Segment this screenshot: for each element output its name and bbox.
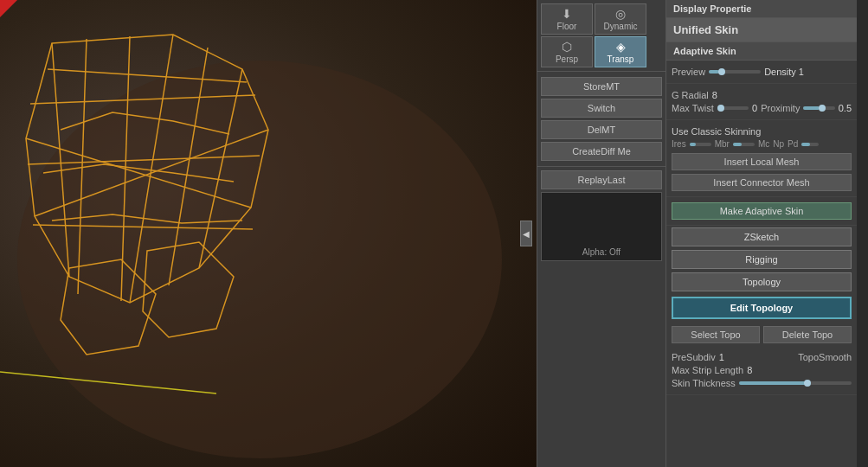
view-controls: ⬇ Floor ◎ Dynamic ⬡ Persp ◈ Transp <box>537 0 665 72</box>
make-adaptive-skin-button[interactable]: Make Adaptive Skin <box>672 202 852 220</box>
presubdiv-section: PreSubdiv 1 TopoSmooth Max Strip Length … <box>666 347 857 395</box>
topo-actions-row: Select Topo Delete Topo <box>666 324 857 345</box>
classic-skinning-section: Use Classic Skinning Ires Mbr Mc Np Pd I… <box>666 120 857 197</box>
max-twist-slider[interactable] <box>717 106 749 110</box>
dynamic-icon: ◎ <box>615 7 626 21</box>
toposmooth-label: TopoSmooth <box>798 352 852 362</box>
topology-button[interactable]: Topology <box>672 272 852 291</box>
mc-label: Mc <box>758 139 769 149</box>
skin-thickness-slider[interactable] <box>739 381 852 385</box>
unified-skin-header[interactable]: Unified Skin <box>666 18 857 42</box>
presubdiv-value: 1 <box>719 352 724 362</box>
persp-button[interactable]: ⬡ Persp <box>541 36 593 67</box>
floor-button[interactable]: ⬇ Floor <box>541 3 593 35</box>
mbr-slider[interactable] <box>733 143 755 146</box>
transp-label: Transp <box>608 54 634 64</box>
max-twist-label: Max Twist <box>672 103 714 113</box>
insert-local-mesh-button[interactable]: Insert Local Mesh <box>672 153 852 170</box>
delmt-button[interactable]: DelMT <box>541 120 662 139</box>
mid-buttons-group: StoreMT Switch DelMT CreateDiff Me <box>537 72 665 167</box>
classic-skinning-row: Use Classic Skinning <box>672 126 852 137</box>
density-value: Density 1 <box>764 67 804 77</box>
presubdiv-label: PreSubdiv <box>672 352 716 362</box>
edit-topology-button[interactable]: Edit Topology <box>672 297 852 319</box>
alpha-label: Alpha: Off <box>582 247 620 257</box>
density-slider[interactable] <box>709 70 761 74</box>
preview-density-section: Preview Density 1 <box>666 61 857 84</box>
floor-icon: ⬇ <box>562 7 572 21</box>
dynamic-button[interactable]: ◎ Dynamic <box>595 3 646 35</box>
g-radial-label: G Radial <box>672 90 709 100</box>
proximity-value: 0.5 <box>839 103 852 113</box>
proximity-label: Proximity <box>761 103 800 113</box>
switch-button[interactable]: Switch <box>541 99 662 118</box>
skin-thickness-row: Skin Thickness <box>672 378 852 388</box>
viewport[interactable] <box>0 0 537 467</box>
density-bar: Density 1 <box>709 67 852 77</box>
adaptive-skin-header[interactable]: Adaptive Skin <box>666 42 857 61</box>
max-twist-row: Max Twist 0 Proximity 0.5 <box>672 103 852 113</box>
proximity-slider[interactable] <box>803 106 834 110</box>
transp-button[interactable]: ◈ Transp <box>595 36 646 67</box>
np-label: Np <box>773 139 784 149</box>
select-topo-button[interactable]: Select Topo <box>672 326 760 343</box>
mbr-label: Mbr <box>715 139 730 149</box>
g-radial-value: 8 <box>712 90 717 100</box>
pd-slider[interactable] <box>801 143 819 146</box>
replay-section: ReplayLast Alpha: Off <box>537 167 665 265</box>
zsketch-button[interactable]: ZSketch <box>672 227 852 246</box>
preview-density-row: Preview Density 1 <box>672 67 852 77</box>
persp-icon: ⬡ <box>562 40 572 54</box>
insert-connector-mesh-button[interactable]: Insert Connector Mesh <box>672 174 852 191</box>
persp-label: Persp <box>556 54 578 64</box>
replaylast-button[interactable]: ReplayLast <box>541 170 662 189</box>
display-properties-header[interactable]: Display Propertie <box>666 0 857 18</box>
transp-icon: ◈ <box>616 40 626 54</box>
right-panel: Display Propertie Unified Skin Adaptive … <box>666 0 857 467</box>
storemt-button[interactable]: StoreMT <box>541 77 662 96</box>
dynamic-label: Dynamic <box>604 22 638 31</box>
mid-layout: ◀ ⬇ Floor ◎ Dynamic ⬡ Persp ◈ Transp Sto… <box>537 0 666 467</box>
creatediffme-button[interactable]: CreateDiff Me <box>541 142 662 161</box>
delete-topo-button[interactable]: Delete Topo <box>763 326 852 343</box>
panel-collapse-arrow[interactable]: ◀ <box>520 221 532 246</box>
max-twist-value: 0 <box>752 103 757 113</box>
presubdiv-row: PreSubdiv 1 TopoSmooth <box>672 352 852 362</box>
alpha-preview: Alpha: Off <box>541 192 662 261</box>
ires-label: Ires <box>672 139 686 149</box>
max-strip-length-label: Max Strip Length <box>672 365 743 375</box>
pd-label: Pd <box>788 139 798 149</box>
mid-panel: ⬇ Floor ◎ Dynamic ⬡ Persp ◈ Transp Store… <box>537 0 666 467</box>
make-adaptive-skin-section: Make Adaptive Skin <box>666 197 857 226</box>
ires-row: Ires Mbr Mc Np Pd <box>672 139 852 149</box>
rigging-button[interactable]: Rigging <box>672 250 852 269</box>
topology-overlay <box>0 0 537 467</box>
preview-label: Preview <box>672 67 705 77</box>
g-radial-row: G Radial 8 <box>672 90 852 100</box>
max-strip-value: 8 <box>747 365 752 375</box>
g-radial-section: G Radial 8 Max Twist 0 Proximity 0.5 <box>666 84 857 120</box>
ires-slider[interactable] <box>690 143 711 146</box>
skin-thickness-label: Skin Thickness <box>672 378 736 388</box>
max-strip-length-row: Max Strip Length 8 <box>672 365 852 375</box>
floor-label: Floor <box>557 22 577 31</box>
classic-skinning-label: Use Classic Skinning <box>672 126 761 137</box>
